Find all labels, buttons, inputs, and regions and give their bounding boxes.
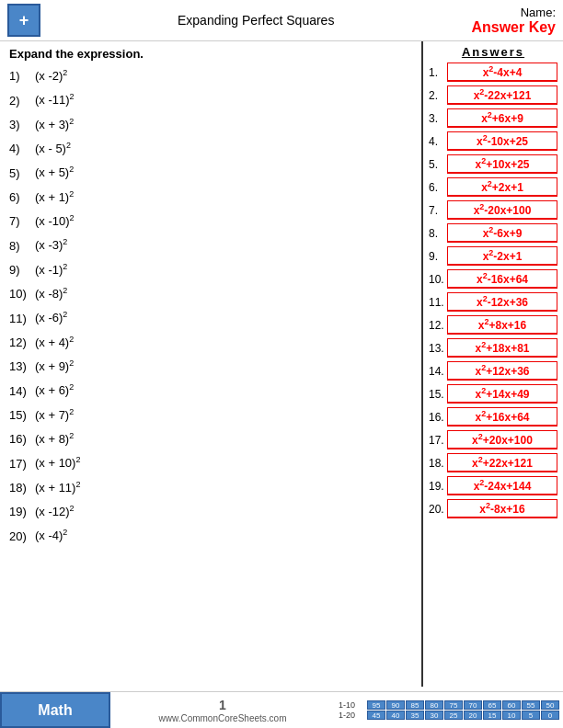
problem-number: 20) [9,529,35,543]
answer-row: 20. x2-8x+16 [429,499,557,518]
problems-column: Expand the expression. 1) (x -2)22) (x -… [0,41,423,687]
problem-expression: (x -3)2 [35,237,67,252]
answer-row: 5. x2+10x+25 [429,154,557,174]
score-cell: 65 [483,700,501,710]
answer-key-label: Answer Key [471,19,556,36]
problem-row: 7) (x -10)2 [9,213,412,228]
score-cell: 20 [464,711,482,720]
name-label: Name: [521,6,556,19]
problem-expression: (x -1)2 [35,262,67,277]
answer-row: 13. x2+18x+81 [429,338,557,358]
problem-expression: (x + 6)2 [35,382,74,397]
problem-row: 12) (x + 4)2 [9,335,412,349]
score-cell: 55 [522,700,540,710]
answer-row: 3. x2+6x+9 [429,108,557,128]
footer: Math 1 www.CommonCoreSheets.com 1-109590… [0,691,563,728]
score-cell: 75 [444,700,463,710]
answer-row: 19. x2-24x+144 [429,476,557,495]
score-cell: 90 [386,700,405,710]
score-cell: 35 [406,711,424,720]
problem-row: 11) (x -6)2 [9,310,412,324]
answer-number: 4. [429,135,447,148]
answer-value: x2-12x+36 [447,292,557,312]
problem-expression: (x -12)2 [35,504,75,518]
answer-number: 5. [429,158,447,171]
answer-number: 15. [429,388,447,401]
math-button[interactable]: Math [0,692,110,728]
problem-row: 2) (x -11)2 [9,92,412,107]
answer-value: x2+8x+16 [447,315,557,335]
answer-value: x2+18x+81 [447,338,557,358]
page-number: 1 [219,698,226,712]
answer-value: x2+16x+64 [447,407,557,427]
problem-expression: (x + 3)2 [35,117,74,131]
problem-row: 20) (x -4)2 [9,528,412,542]
answer-value: x2+10x+25 [447,154,557,174]
answer-value: x2+2x+1 [447,177,557,197]
answer-number: 7. [429,204,447,217]
answer-row: 2. x2-22x+121 [429,85,557,105]
problem-row: 9) (x -1)2 [9,262,412,277]
main-content: Expand the expression. 1) (x -2)22) (x -… [0,41,563,687]
answer-number: 13. [429,342,447,355]
problem-number: 12) [9,336,35,349]
logo-symbol: + [19,11,29,30]
answer-value: x2-10x+25 [447,131,557,151]
problem-row: 18) (x + 11)2 [9,480,412,495]
problem-number: 10) [9,287,35,301]
problem-expression: (x -8)2 [35,286,67,301]
score-label: 1-20 [339,711,366,720]
page-title: Expanding Perfect Squares [40,13,471,28]
score-row: 1-20454035302520151050 [339,711,559,720]
problem-number: 14) [9,384,35,398]
answer-number: 11. [429,296,447,309]
problem-expression: (x + 4)2 [35,335,74,349]
score-cell: 5 [522,711,540,720]
answer-row: 14. x2+12x+36 [429,361,557,381]
answer-value: x2+14x+49 [447,384,557,404]
answer-number: 20. [429,503,447,516]
problem-number: 11) [9,312,35,325]
problem-number: 17) [9,457,35,471]
problem-row: 6) (x + 1)2 [9,189,412,204]
website: www.CommonCoreSheets.com [159,713,287,723]
problem-number: 8) [9,239,35,253]
problem-row: 19) (x -12)2 [9,504,412,518]
answer-number: 19. [429,480,447,493]
problem-number: 19) [9,505,35,518]
answer-value: x2-24x+144 [447,476,557,495]
problem-expression: (x -2)2 [35,68,67,83]
problem-row: 3) (x + 3)2 [9,117,412,131]
answer-row: 4. x2-10x+25 [429,131,557,151]
problem-expression: (x + 5)2 [35,165,74,179]
answers-list: 1. x2-4x+42. x2-22x+1213. x2+6x+94. x2-1… [429,63,557,518]
problem-number: 6) [9,190,35,204]
answer-number: 6. [429,181,447,194]
answer-number: 14. [429,365,447,378]
answer-value: x2-22x+121 [447,85,557,105]
answer-number: 8. [429,227,447,240]
problem-expression: (x + 1)2 [35,189,74,204]
problem-expression: (x + 8)2 [35,431,74,446]
problem-number: 15) [9,408,35,422]
score-row: 1-1095908580757065605550 [339,700,559,710]
instruction: Expand the expression. [9,47,412,61]
answer-number: 18. [429,457,447,470]
answer-row: 17. x2+20x+100 [429,430,557,449]
problem-number: 13) [9,359,35,373]
problem-expression: (x + 11)2 [35,480,80,495]
score-cell: 25 [444,711,463,720]
answer-row: 15. x2+14x+49 [429,384,557,404]
answers-column: Answers 1. x2-4x+42. x2-22x+1213. x2+6x+… [423,41,563,687]
score-label: 1-10 [339,700,366,710]
answer-row: 12. x2+8x+16 [429,315,557,335]
score-cell: 85 [406,700,424,710]
answer-row: 18. x2+22x+121 [429,453,557,472]
score-cell: 45 [367,711,385,720]
header: + Expanding Perfect Squares Name: Answer… [0,0,563,41]
problem-expression: (x - 5)2 [35,141,71,155]
problem-expression: (x + 10)2 [35,455,80,470]
problem-number: 9) [9,263,35,277]
problem-number: 5) [9,166,35,180]
footer-center: 1 www.CommonCoreSheets.com [110,692,335,728]
